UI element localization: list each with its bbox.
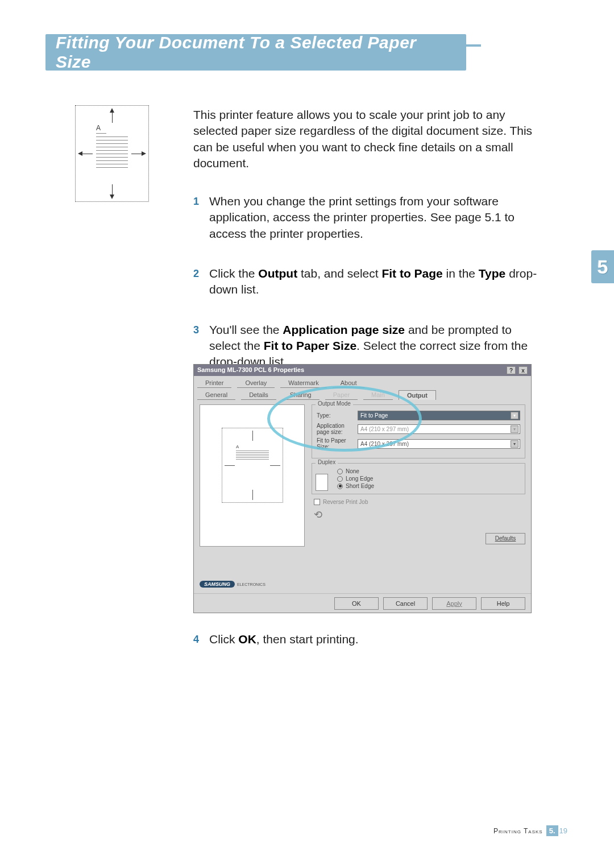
chevron-down-icon: ▾ <box>511 412 518 419</box>
fit-to-paper-dropdown[interactable]: A4 (210 x 297 mm) ▾ <box>358 439 520 449</box>
step-text: When you change the print settings from … <box>209 193 546 242</box>
apply-button[interactable]: Apply <box>432 597 476 610</box>
tab-paper[interactable]: Paper <box>325 390 358 400</box>
duplex-group: Duplex None Long Edge Short Edge <box>312 463 525 494</box>
tab-general[interactable]: General <box>197 390 235 400</box>
group-label: Duplex <box>316 459 338 465</box>
step-number: 1 <box>193 193 209 242</box>
chapter-tab: 5 <box>591 250 614 283</box>
footer-page: 19 <box>559 826 567 835</box>
page-footer: Printing Tasks 5. 19 <box>493 825 567 836</box>
samsung-logo: SAMSUNG ELECTRONICS <box>200 578 265 590</box>
tab-watermark[interactable]: Watermark <box>280 378 326 388</box>
tab-printer[interactable]: Printer <box>197 378 231 388</box>
step-4: 4 Click OK, then start printing. <box>193 631 546 647</box>
type-label: Type: <box>317 412 358 419</box>
defaults-button[interactable]: Defaults <box>486 533 525 544</box>
dialog-title: Samsung ML-7300 PCL 6 Properties <box>197 366 304 374</box>
tab-about[interactable]: About <box>333 378 365 388</box>
tab-sharing[interactable]: Sharing <box>282 390 320 400</box>
duplex-long-edge-radio[interactable]: Long Edge <box>337 476 520 482</box>
step-2: 2 Click the Output tab, and select Fit t… <box>193 266 546 298</box>
chevron-down-icon: ▾ <box>511 440 518 448</box>
print-preview: A <box>200 404 305 547</box>
step-text: Click the Output tab, and select Fit to … <box>209 266 546 298</box>
step-text: You'll see the Application page size and… <box>209 322 546 370</box>
cancel-button[interactable]: Cancel <box>383 597 428 610</box>
tab-main[interactable]: Main <box>363 390 393 400</box>
tab-overlay[interactable]: Overlay <box>237 378 275 388</box>
section-title-bar: Fitting Your Document To a Selected Pape… <box>45 34 569 71</box>
section-title: Fitting Your Document To a Selected Pape… <box>56 33 456 72</box>
step-number: 3 <box>193 322 209 370</box>
reverse-print-checkbox[interactable]: Reverse Print Job <box>314 499 525 505</box>
help-button[interactable]: Help <box>481 597 525 610</box>
diagram-letter: A <box>96 124 101 132</box>
scale-diagram: A <box>75 105 149 202</box>
step-number: 2 <box>193 266 209 298</box>
step-3: 3 You'll see the Application page size a… <box>193 322 546 370</box>
tab-output[interactable]: Output <box>399 390 436 400</box>
duplex-none-radio[interactable]: None <box>337 468 520 474</box>
dialog-titlebar: Samsung ML-7300 PCL 6 Properties ? x <box>194 365 531 376</box>
step-number: 4 <box>193 631 209 647</box>
titlebar-close-button[interactable]: x <box>518 366 528 374</box>
fit-to-paper-label: Fit to Paper Size: <box>317 437 358 450</box>
footer-chapter: 5. <box>546 825 558 836</box>
ok-button[interactable]: OK <box>334 597 379 610</box>
duplex-short-edge-radio[interactable]: Short Edge <box>337 483 520 489</box>
output-mode-group: Output Mode Type: Fit to Page ▾ Applicat… <box>312 404 525 458</box>
intro-paragraph: This printer feature allows you to scale… <box>193 107 534 171</box>
group-label: Output Mode <box>316 400 353 407</box>
printer-properties-dialog: Samsung ML-7300 PCL 6 Properties ? x Pri… <box>193 364 532 613</box>
tab-details[interactable]: Details <box>241 390 276 400</box>
app-page-size-dropdown[interactable]: A4 (210 x 297 mm) ▾ <box>358 424 520 434</box>
step-1: 1 When you change the print settings fro… <box>193 193 546 242</box>
reverse-icon: ⟲ <box>314 509 330 522</box>
app-page-size-label: Application page size: <box>317 423 358 435</box>
titlebar-help-button[interactable]: ? <box>507 366 516 374</box>
chevron-down-icon: ▾ <box>511 425 518 433</box>
footer-section: Printing Tasks <box>493 827 543 835</box>
duplex-icon <box>316 474 328 491</box>
type-dropdown[interactable]: Fit to Page ▾ <box>358 411 520 420</box>
step-text: Click OK, then start printing. <box>209 631 546 647</box>
